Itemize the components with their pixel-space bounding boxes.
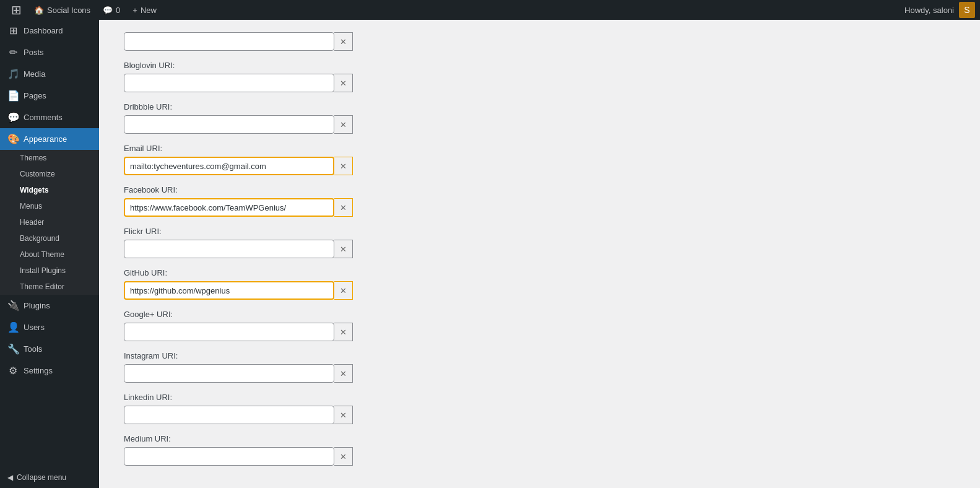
media-icon: 🎵 [7,68,19,80]
wp-logo-icon: ⊞ [11,2,22,17]
sidebar-item-label: Users [24,323,45,332]
github-label: GitHub URI: [124,268,644,277]
linkedin-label: Linkedin URI: [124,393,644,402]
googleplus-input[interactable] [124,323,334,341]
medium-label: Medium URI: [124,434,644,443]
posts-icon: ✏ [7,46,19,58]
sidebar-item-settings[interactable]: ⚙ Settings [0,360,99,381]
sidebar-item-users[interactable]: 👤 Users [0,316,99,338]
field-group-flickr: Flickr URI: ✕ [124,227,644,258]
submenu-widgets[interactable]: Widgets [0,182,99,198]
plugins-icon: 🔌 [7,300,19,312]
greeting-text: Howdy, saloni [904,6,954,15]
appearance-icon: 🎨 [7,133,19,145]
collapse-menu[interactable]: ◀ Collapse menu [0,467,99,488]
sidebar-item-pages[interactable]: 📄 Pages [0,85,99,107]
medium-input[interactable] [124,447,334,466]
sidebar-item-media[interactable]: 🎵 Media [0,63,99,85]
content-area: ✕ Bloglovin URI: ✕ Dribbble URI: ✕ [99,20,656,488]
bloglovin-input[interactable] [124,74,334,92]
facebook-input[interactable] [124,198,334,217]
pages-icon: 📄 [7,90,19,102]
submenu-themes[interactable]: Themes [0,150,99,166]
admin-bar-right: Howdy, saloni S [904,2,975,18]
sidebar-item-label: Pages [24,91,46,100]
sidebar-item-label: Tools [24,344,42,354]
flickr-label: Flickr URI: [124,227,644,236]
linkedin-input[interactable] [124,406,334,424]
submenu-background[interactable]: Background [0,230,99,246]
field-group-github: GitHub URI: ✕ [124,268,644,300]
dashboard-icon: ⊞ [7,25,19,37]
facebook-label: Facebook URI: [124,185,644,194]
partial-top-clear-btn[interactable]: ✕ [334,32,353,51]
appearance-submenu: Themes Customize Widgets Menus Header Ba… [0,150,99,295]
comment-icon: 💬 [103,6,113,15]
github-clear-btn[interactable]: ✕ [334,281,353,300]
home-icon: 🏠 [34,6,44,15]
sidebar-item-comments[interactable]: 💬 Comments [0,107,99,128]
main-content: ✕ Bloglovin URI: ✕ Dribbble URI: ✕ [99,20,980,488]
settings-icon: ⚙ [7,365,19,377]
field-group-linkedin: Linkedin URI: ✕ [124,393,644,424]
sidebar-item-label: Dashboard [24,26,63,35]
linkedin-clear-btn[interactable]: ✕ [334,406,353,424]
field-group-instagram: Instagram URI: ✕ [124,351,644,383]
submenu-menus[interactable]: Menus [0,198,99,214]
collapse-label: Collapse menu [17,473,66,482]
field-group-email: Email URI: ✕ [124,144,644,175]
github-input[interactable] [124,281,334,300]
admin-bar: ⊞ 🏠 Social Icons 💬 0 + New Howdy, saloni… [0,0,980,20]
submenu-header[interactable]: Header [0,214,99,230]
comments-bar-item[interactable]: 💬 0 [97,0,126,20]
sidebar-item-label: Appearance [24,134,67,144]
sidebar-item-posts[interactable]: ✏ Posts [0,41,99,63]
dribbble-label: Dribbble URI: [124,102,644,111]
field-group-facebook: Facebook URI: ✕ [124,185,644,217]
collapse-icon: ◀ [7,473,13,482]
field-group-medium: Medium URI: ✕ [124,434,644,466]
new-bar-item[interactable]: + New [126,0,163,20]
sidebar-item-tools[interactable]: 🔧 Tools [0,338,99,360]
comments-icon: 💬 [7,111,19,123]
sidebar-item-dashboard[interactable]: ⊞ Dashboard [0,20,99,41]
sidebar: ⊞ Dashboard ✏ Posts 🎵 Media 📄 Pages 💬 Co… [0,20,99,488]
bloglovin-clear-btn[interactable]: ✕ [334,74,353,92]
medium-clear-btn[interactable]: ✕ [334,447,353,466]
facebook-clear-btn[interactable]: ✕ [334,198,353,217]
sidebar-item-label: Settings [24,366,53,375]
email-label: Email URI: [124,144,644,153]
email-clear-btn[interactable]: ✕ [334,157,353,175]
site-name-bar-item[interactable]: 🏠 Social Icons [28,0,97,20]
email-input[interactable] [124,157,334,175]
submenu-about-theme[interactable]: About Theme [0,246,99,263]
partial-top-input[interactable] [124,32,334,51]
field-group-dribbble: Dribbble URI: ✕ [124,102,644,134]
avatar[interactable]: S [959,2,975,18]
submenu-install-plugins[interactable]: Install Plugins [0,263,99,279]
field-group-partial-top: ✕ [124,32,644,51]
sidebar-item-plugins[interactable]: 🔌 Plugins [0,295,99,316]
instagram-label: Instagram URI: [124,351,644,360]
flickr-clear-btn[interactable]: ✕ [334,240,353,258]
sidebar-item-label: Comments [24,113,63,122]
submenu-theme-editor[interactable]: Theme Editor [0,279,99,295]
sidebar-item-appearance[interactable]: 🎨 Appearance [0,128,99,150]
sidebar-item-label: Media [24,69,45,79]
sidebar-item-label: Posts [24,48,44,57]
sidebar-item-label: Plugins [24,301,50,310]
instagram-input[interactable] [124,364,334,383]
dribbble-input[interactable] [124,115,334,134]
flickr-input[interactable] [124,240,334,258]
users-icon: 👤 [7,321,19,333]
bloglovin-label: Bloglovin URI: [124,61,644,70]
googleplus-clear-btn[interactable]: ✕ [334,323,353,341]
dribbble-clear-btn[interactable]: ✕ [334,115,353,134]
plus-icon: + [132,6,137,15]
instagram-clear-btn[interactable]: ✕ [334,364,353,383]
field-group-bloglovin: Bloglovin URI: ✕ [124,61,644,92]
wp-logo[interactable]: ⊞ [5,0,28,20]
field-group-googleplus: Google+ URI: ✕ [124,310,644,341]
tools-icon: 🔧 [7,343,19,355]
submenu-customize[interactable]: Customize [0,166,99,182]
